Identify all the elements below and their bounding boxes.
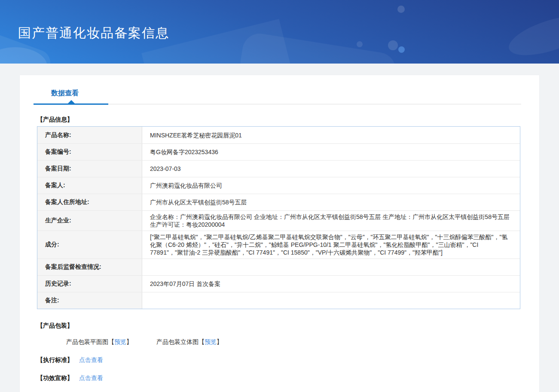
row-value: 2023年07月07日 首次备案 — [142, 276, 520, 292]
executive-standard-row: 【执行标准】点击查看 — [37, 356, 539, 364]
header-decor-dot — [397, 6, 405, 13]
preview-flat-link[interactable]: 预览 — [114, 338, 126, 345]
row-value — [142, 259, 520, 275]
table-row: 备案编号: 粤G妆网备字2023253436 — [37, 143, 520, 160]
table-row: 备案后监督检查情况: — [37, 258, 520, 275]
table-row: 产品名称: MINSHZEE茗希芝秘密花园唇泥01 — [37, 127, 520, 143]
page-content: 数据查看 【产品信息】 产品名称: MINSHZEE茗希芝秘密花园唇泥01 备案… — [0, 64, 559, 392]
row-value: MINSHZEE茗希芝秘密花园唇泥01 — [142, 127, 520, 143]
header-decor-dot — [398, 46, 405, 53]
header-decor-dot — [357, 41, 363, 47]
packaging-flat-label: 产品包装平面图 — [66, 338, 108, 345]
row-label: 产品名称: — [37, 127, 142, 143]
table-row: 备案人: 广州澳莉蔻化妆品有限公司 — [37, 177, 520, 194]
preview-stereo-link[interactable]: 预览 — [205, 338, 217, 345]
row-label: 备注: — [37, 292, 142, 309]
packaging-stereo-label: 产品包装立体图 — [156, 338, 199, 345]
bracket: 【 — [108, 338, 114, 345]
table-row: 备注: — [37, 292, 520, 309]
row-label: 备案人住所地址: — [37, 194, 142, 210]
packaging-links-row: 产品包装平面图【预览】产品包装立体图【预览】 — [66, 338, 539, 346]
header-decor-shape — [238, 31, 398, 64]
row-value: 粤G妆网备字2023253436 — [142, 144, 520, 160]
tab-bar-divider — [108, 104, 521, 104]
table-row: 备案人住所地址: 广州市从化区太平镇创益街58号五层 — [37, 194, 520, 210]
tab-bar: 数据查看 — [20, 75, 539, 105]
bracket: 】 — [217, 338, 223, 345]
row-value: 2023-07-03 — [142, 161, 520, 177]
row-value: ["聚二甲基硅氧烷"，"聚二甲基硅氧烷/乙烯基聚二甲基硅氧烷交联聚合物"，"云母… — [142, 231, 520, 258]
content-card: 数据查看 【产品信息】 产品名称: MINSHZEE茗希芝秘密花园唇泥01 备案… — [20, 75, 539, 392]
row-label: 备案日期: — [37, 161, 142, 177]
section-title-efficacy-claim: 【功效宣称】 — [37, 374, 73, 381]
bracket: 】 — [126, 338, 132, 345]
row-value: 广州市从化区太平镇创益街58号五层 — [142, 194, 520, 210]
tab-active-arrow — [68, 100, 75, 103]
row-label: 备案后监督检查情况: — [37, 259, 142, 275]
header-decor-dot — [388, 40, 398, 50]
section-title-product-packaging: 【产品包装】 — [37, 322, 539, 330]
header-decor-ellipse — [504, 8, 559, 63]
tab-active-underline — [34, 103, 108, 105]
product-info-table: 产品名称: MINSHZEE茗希芝秘密花园唇泥01 备案编号: 粤G妆网备字20… — [37, 126, 520, 309]
row-value: 广州澳莉蔻化妆品有限公司 — [142, 177, 520, 194]
tab-data-view[interactable]: 数据查看 — [51, 89, 79, 98]
row-label: 生产企业: — [37, 211, 142, 231]
row-label: 备案编号: — [37, 144, 142, 160]
table-row: 生产企业: 企业名称：广州澳莉蔻化妆品有限公司 企业地址：广州市从化区太平镇创益… — [37, 210, 520, 231]
page-title: 国产普通化妆品备案信息 — [18, 24, 169, 42]
section-title-product-info: 【产品信息】 — [37, 116, 539, 124]
row-label: 成分: — [37, 231, 142, 258]
page-header: 国产普通化妆品备案信息 — [0, 0, 559, 64]
efficacy-claim-row: 【功效宣称】点击查看 — [37, 374, 539, 382]
efficacy-claim-link[interactable]: 点击查看 — [79, 374, 103, 381]
executive-standard-link[interactable]: 点击查看 — [79, 356, 103, 363]
table-row: 历史记录: 2023年07月07日 首次备案 — [37, 275, 520, 292]
table-row: 成分: ["聚二甲基硅氧烷"，"聚二甲基硅氧烷/乙烯基聚二甲基硅氧烷交联聚合物"… — [37, 231, 520, 258]
row-value: 企业名称：广州澳莉蔻化妆品有限公司 企业地址：广州市从化区太平镇创益街58号五层… — [142, 211, 520, 231]
row-value — [142, 292, 520, 309]
bracket: 【 — [199, 338, 205, 345]
row-label: 历史记录: — [37, 276, 142, 292]
table-row: 备案日期: 2023-07-03 — [37, 160, 520, 177]
row-label: 备案人: — [37, 177, 142, 194]
section-title-executive-standard: 【执行标准】 — [37, 356, 73, 363]
